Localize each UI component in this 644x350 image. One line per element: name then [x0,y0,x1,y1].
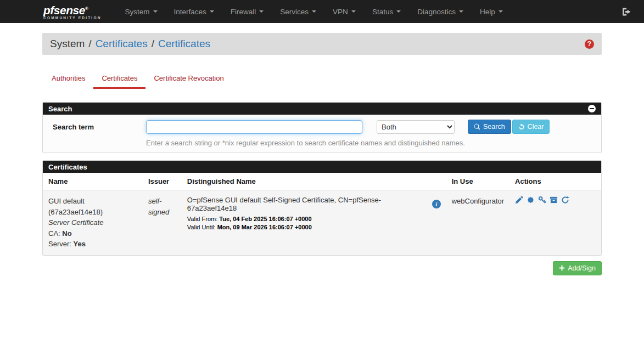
certificates-panel: Certificates Name Issuer Distinguished N… [42,160,602,256]
pfsense-logo[interactable]: pfsense® COMMUNITY EDITION [43,3,102,20]
nav-item-firewall[interactable]: Firewall [222,0,272,23]
add-sign-button[interactable]: Add/Sign [553,261,602,275]
logout-icon[interactable] [621,7,631,16]
search-panel-title: Search [48,105,72,113]
column-header-in-use: In Use [446,173,509,190]
nav-item-label: Diagnostics [417,8,456,16]
registered-mark: ® [85,6,88,11]
chevron-down-icon [312,10,316,13]
column-header-issuer: Issuer [143,173,182,190]
nav-item-services[interactable]: Services [272,0,324,23]
chevron-down-icon [259,10,264,13]
nav-item-label: VPN [333,8,348,16]
chevron-down-icon [351,10,356,13]
cert-ca-line: CA: No [48,228,137,239]
nav-item-label: Interfaces [174,8,206,16]
nav-item-diagnostics[interactable]: Diagnostics [409,0,472,23]
chevron-down-icon [153,10,158,13]
valid-until-label: Valid Until: [187,224,216,230]
cert-name: GUI default (67a23aef14e18) [48,196,137,217]
renew-icon[interactable] [561,196,569,204]
cert-in-use-cell: webConfigurator [446,190,509,255]
footer-actions: Add/Sign [42,261,602,275]
nav-item-label: Firewall [231,8,256,16]
cert-issuer: self-signed [148,196,176,217]
nav-item-label: System [125,8,150,16]
plus-icon [559,265,565,271]
page-header: System / Certificates / Certificates ? [42,33,602,55]
undo-icon [518,123,525,130]
cert-dn-cell: O=pfSense GUI default Self-Signed Certif… [182,190,446,255]
tab-certificate-revocation[interactable]: Certificate Revocation [145,69,232,89]
edit-icon[interactable] [515,196,523,204]
column-header-name: Name [43,173,143,190]
valid-until-value: Mon, 09 Mar 2026 16:06:07 +0000 [217,224,312,230]
valid-until-line: Valid Until: Mon, 09 Mar 2026 16:06:07 +… [187,224,441,230]
certificates-panel-title: Certificates [48,163,87,171]
valid-from-label: Valid From: [187,216,217,222]
brand-subtitle: COMMUNITY EDITION [43,16,102,20]
search-help-text: Enter a search string or *nix regular ex… [146,139,601,147]
nav-item-interfaces[interactable]: Interfaces [166,0,222,23]
search-icon [474,123,480,130]
breadcrumb-link-certificates[interactable]: Certificates [96,38,148,50]
nav-item-system[interactable]: System [117,0,166,23]
help-icon[interactable]: ? [585,39,594,49]
nav-item-vpn[interactable]: VPN [324,0,364,23]
export-key-icon[interactable] [538,196,546,204]
brand-wordmark: pfsense® [43,3,102,16]
chevron-down-icon [499,10,503,13]
info-icon[interactable]: i [432,200,441,208]
nav-item-label: Status [372,8,393,16]
cert-server-line: Server: Yes [48,239,137,250]
search-button[interactable]: Search [468,120,511,134]
cert-in-use: webConfigurator [452,196,504,207]
clear-button[interactable]: Clear [512,120,550,134]
chevron-down-icon [396,10,401,13]
cert-type: Server Certificate [48,217,137,228]
search-term-label: Search term [43,123,146,131]
breadcrumb: System / Certificates / Certificates [50,38,210,50]
nav-item-status[interactable]: Status [364,0,409,23]
table-row: GUI default (67a23aef14e18) Server Certi… [43,190,601,255]
tab-authorities[interactable]: Authorities [43,69,93,89]
search-button-label: Search [483,123,505,131]
server-value: Yes [74,240,86,248]
breadcrumb-separator: / [88,38,91,50]
breadcrumb-root: System [50,38,85,50]
chevron-down-icon [459,10,463,13]
nav-item-label: Help [480,8,495,16]
main-menu: System Interfaces Firewall Services VPN … [117,0,621,23]
valid-from-value: Tue, 04 Feb 2025 16:06:07 +0000 [219,216,311,222]
ca-label: CA: [48,229,60,238]
search-panel: Search Search term Both Search Clear E [42,102,602,153]
ca-value: No [62,229,71,238]
tab-bar: Authorities Certificates Certificate Rev… [42,69,602,89]
cert-dn: O=pfSense GUI default Self-Signed Certif… [187,196,424,212]
breadcrumb-link-certificates-page[interactable]: Certificates [158,38,210,50]
export-p12-icon[interactable] [550,196,558,204]
chevron-down-icon [210,10,214,13]
top-navbar: pfsense® COMMUNITY EDITION System Interf… [0,0,644,23]
search-panel-body: Search term Both Search Clear Enter a se… [43,115,601,153]
tab-certificates[interactable]: Certificates [93,69,145,89]
add-sign-button-label: Add/Sign [568,264,596,272]
nav-item-help[interactable]: Help [472,0,511,23]
server-label: Server: [48,240,71,248]
nav-item-label: Services [280,8,309,16]
certificates-panel-header: Certificates [43,161,601,173]
column-header-distinguished-name: Distinguished Name [182,173,446,190]
certificates-table: Name Issuer Distinguished Name In Use Ac… [43,173,601,255]
search-type-select[interactable]: Both [377,120,455,134]
cert-name-cell: GUI default (67a23aef14e18) Server Certi… [43,190,143,255]
clear-button-label: Clear [528,123,544,131]
export-certificate-icon[interactable] [527,196,535,204]
column-header-actions: Actions [509,173,601,190]
search-input[interactable] [146,120,362,134]
valid-from-line: Valid From: Tue, 04 Feb 2025 16:06:07 +0… [187,216,441,222]
search-panel-header: Search [43,103,601,115]
cert-actions-cell [509,190,601,255]
collapse-icon[interactable] [588,105,596,112]
cert-issuer-cell: self-signed [143,190,182,255]
breadcrumb-separator: / [152,38,154,50]
